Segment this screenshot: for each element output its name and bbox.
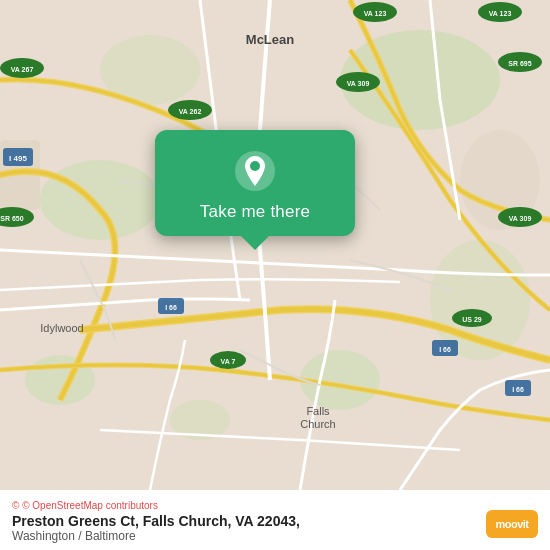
location-subtitle: Washington / Baltimore [12,529,538,543]
osm-icon: © [12,500,19,511]
svg-text:Idylwood: Idylwood [40,322,83,334]
svg-text:Falls: Falls [306,405,330,417]
map-container: I 495 I 66 I 66 I 66 VA 123 VA 123 VA 26… [0,0,550,490]
svg-text:VA 262: VA 262 [179,108,202,115]
svg-text:VA 123: VA 123 [489,10,512,17]
moovit-logo: moovit [486,510,538,538]
take-me-there-button[interactable]: Take me there [200,202,310,222]
svg-text:Church: Church [300,418,335,430]
svg-text:I 495: I 495 [9,154,27,163]
svg-text:VA 309: VA 309 [509,215,532,222]
map-pin-icon [234,150,276,192]
osm-credit: © © OpenStreetMap contributors [12,500,538,511]
svg-text:SR 650: SR 650 [0,215,23,222]
svg-text:VA 309: VA 309 [347,80,370,87]
location-title: Preston Greens Ct, Falls Church, VA 2204… [12,513,538,529]
svg-point-2 [40,160,160,240]
svg-text:McLean: McLean [246,32,294,47]
svg-text:VA 123: VA 123 [364,10,387,17]
svg-text:VA 267: VA 267 [11,66,34,73]
svg-text:I 66: I 66 [512,386,524,393]
location-popup: Take me there [155,130,355,236]
svg-text:US 29: US 29 [462,316,482,323]
svg-text:I 66: I 66 [165,304,177,311]
svg-text:VA 7: VA 7 [221,358,236,365]
bottom-bar: © © OpenStreetMap contributors Preston G… [0,490,550,550]
svg-text:SR 695: SR 695 [508,60,531,67]
svg-text:I 66: I 66 [439,346,451,353]
svg-point-43 [250,161,260,171]
